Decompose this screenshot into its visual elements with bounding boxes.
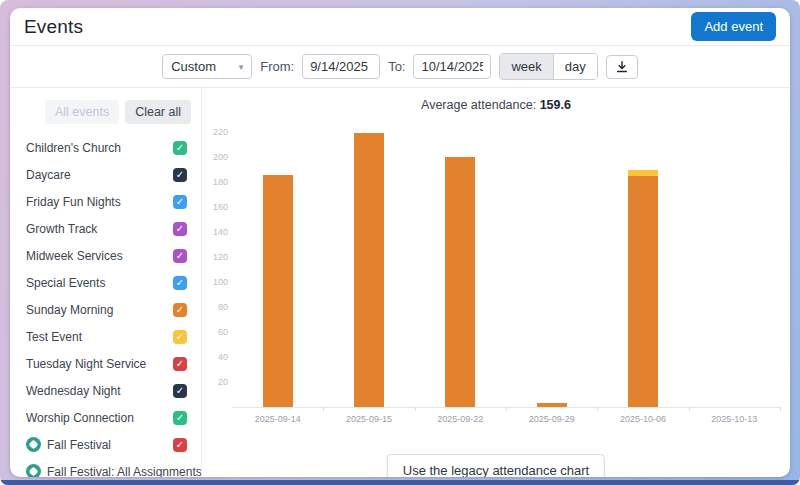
event-checkbox[interactable]: ✓ — [173, 168, 187, 182]
x-axis-tick-label: 2025-09-22 — [415, 414, 506, 424]
attendance-bar[interactable] — [537, 403, 567, 407]
bar-slot — [415, 133, 506, 407]
date-range-toolbar: Custom ▾ From: To: weekday — [10, 46, 790, 88]
bar-segment — [354, 133, 384, 407]
attendance-chart-panel: Average attendance: 159.6 20406080100120… — [202, 88, 790, 477]
event-label: Test Event — [26, 330, 82, 344]
legacy-chart-button[interactable]: Use the legacy attendance chart — [387, 454, 605, 477]
bar-slot — [323, 133, 414, 407]
from-date-input[interactable] — [302, 54, 380, 79]
x-axis-tick — [415, 407, 416, 411]
y-axis-tick-label: 120 — [202, 252, 228, 262]
to-label: To: — [388, 59, 405, 74]
clear-all-button[interactable]: Clear all — [125, 100, 191, 124]
to-date-input[interactable] — [413, 54, 491, 79]
event-label: Special Events — [26, 276, 105, 290]
range-select-value: Custom — [171, 59, 216, 74]
x-axis-tick-label: 2025-09-15 — [323, 414, 414, 424]
event-checkbox[interactable]: ✓ — [173, 384, 187, 398]
y-axis-tick-label: 160 — [202, 202, 228, 212]
range-select[interactable]: Custom ▾ — [162, 54, 252, 79]
event-checkbox[interactable]: ✓ — [173, 357, 187, 371]
bar-slot — [232, 133, 323, 407]
event-checkbox[interactable]: ✓ — [173, 411, 187, 425]
event-list-item[interactable]: Friday Fun Nights✓ — [10, 188, 201, 215]
x-axis-tick — [780, 407, 781, 411]
event-checkbox[interactable]: ✓ — [173, 195, 187, 209]
event-list-item[interactable]: Growth Track✓ — [10, 215, 201, 242]
event-label: Fall Festival: All Assignments — [26, 464, 202, 477]
event-list-item[interactable]: Fall Festival: All Assignments✓ — [10, 458, 201, 477]
x-axis-tick-label: 2025-09-14 — [232, 414, 323, 424]
chevron-down-icon: ▾ — [239, 62, 244, 72]
y-axis-tick-label: 60 — [202, 327, 228, 337]
granularity-toggle: weekday — [499, 53, 597, 80]
granularity-day-button[interactable]: day — [553, 54, 597, 79]
x-axis-tick — [597, 407, 598, 411]
download-button[interactable] — [606, 55, 638, 79]
attendance-bar[interactable] — [445, 157, 475, 407]
bar-segment — [263, 175, 293, 408]
events-card: Events Add event Custom ▾ From: To: week… — [10, 8, 790, 477]
granularity-week-button[interactable]: week — [500, 54, 552, 79]
event-label: Sunday Morning — [26, 303, 113, 317]
x-axis-tick — [506, 407, 507, 411]
event-checkbox[interactable]: ✓ — [173, 276, 187, 290]
attendance-bar[interactable] — [628, 170, 658, 408]
bar-slot — [506, 133, 597, 407]
event-checkbox[interactable]: ✓ — [173, 438, 187, 452]
bar-slot — [597, 133, 688, 407]
event-label: Friday Fun Nights — [26, 195, 121, 209]
bar-segment — [445, 157, 475, 407]
x-axis-tick — [689, 407, 690, 411]
services-icon — [26, 437, 41, 452]
bar-slot — [689, 133, 780, 407]
event-label: Worship Connection — [26, 411, 134, 425]
event-checkbox[interactable]: ✓ — [173, 222, 187, 236]
bar-segment — [628, 176, 658, 407]
event-list-item[interactable]: Fall Festival✓ — [10, 431, 201, 458]
y-axis-tick-label: 140 — [202, 227, 228, 237]
y-axis-tick-label: 180 — [202, 177, 228, 187]
y-axis-tick-label: 220 — [202, 127, 228, 137]
main-content: All events Clear all Children's Church✓D… — [10, 88, 790, 477]
attendance-bar[interactable] — [263, 175, 293, 408]
event-checkbox[interactable]: ✓ — [173, 249, 187, 263]
x-axis-labels: 2025-09-142025-09-152025-09-222025-09-29… — [232, 414, 780, 426]
event-list-item[interactable]: Sunday Morning✓ — [10, 296, 201, 323]
page-title: Events — [24, 16, 83, 38]
download-icon — [615, 60, 629, 74]
event-label: Daycare — [26, 168, 71, 182]
event-list-item[interactable]: Daycare✓ — [10, 161, 201, 188]
event-list: Children's Church✓Daycare✓Friday Fun Nig… — [10, 134, 201, 477]
y-axis-tick-label: 40 — [202, 352, 228, 362]
event-list-item[interactable]: Worship Connection✓ — [10, 404, 201, 431]
sidebar-actions: All events Clear all — [10, 100, 201, 134]
event-list-item[interactable]: Children's Church✓ — [10, 134, 201, 161]
event-list-item[interactable]: Special Events✓ — [10, 269, 201, 296]
average-attendance-label: Average attendance: — [421, 98, 536, 112]
event-checkbox[interactable]: ✓ — [173, 330, 187, 344]
event-label: Wednesday Night — [26, 384, 121, 398]
y-axis-labels: 20406080100120140160180200220 — [202, 133, 228, 408]
attendance-bar[interactable] — [354, 133, 384, 407]
add-event-button[interactable]: Add event — [691, 12, 776, 41]
event-checkbox[interactable]: ✓ — [173, 303, 187, 317]
y-axis-tick-label: 80 — [202, 302, 228, 312]
page-header: Events Add event — [10, 8, 790, 46]
event-list-item[interactable]: Tuesday Night Service✓ — [10, 350, 201, 377]
event-list-item[interactable]: Wednesday Night✓ — [10, 377, 201, 404]
bar-segment — [537, 403, 567, 407]
x-axis-tick-label: 2025-10-13 — [689, 414, 780, 424]
y-axis-tick-label: 100 — [202, 277, 228, 287]
event-checkbox[interactable]: ✓ — [173, 141, 187, 155]
event-list-item[interactable]: Test Event✓ — [10, 323, 201, 350]
services-icon — [26, 464, 41, 477]
average-attendance-title: Average attendance: 159.6 — [202, 98, 790, 112]
x-axis-tick-label: 2025-10-06 — [597, 414, 688, 424]
all-events-button[interactable]: All events — [45, 100, 119, 124]
event-list-item[interactable]: Midweek Services✓ — [10, 242, 201, 269]
event-label: Growth Track — [26, 222, 97, 236]
event-label: Midweek Services — [26, 249, 123, 263]
from-label: From: — [260, 59, 294, 74]
